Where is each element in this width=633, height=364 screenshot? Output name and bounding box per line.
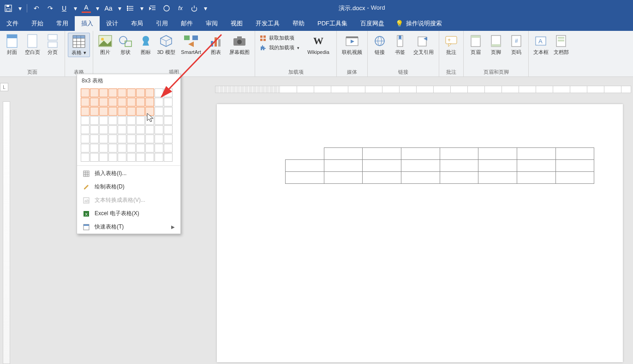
grid-cell[interactable] (155, 107, 163, 116)
table-button[interactable]: 表格 ▾ (68, 33, 90, 57)
underline-icon[interactable]: U (60, 4, 69, 13)
grid-cell[interactable] (164, 116, 173, 125)
grid-cell[interactable] (145, 135, 154, 143)
grid-cell[interactable] (164, 144, 173, 153)
redo-icon[interactable]: ↷ (46, 4, 55, 13)
grid-cell[interactable] (90, 144, 99, 153)
qat-dropdown-icon[interactable]: ▾ (18, 4, 22, 13)
grid-cell[interactable] (145, 144, 154, 153)
grid-cell[interactable] (164, 98, 173, 106)
grid-cell[interactable] (90, 107, 99, 116)
tab-file[interactable]: 文件 (0, 16, 25, 31)
grid-cell[interactable] (118, 88, 126, 97)
footer-button[interactable]: 页脚 (487, 33, 505, 56)
grid-cell[interactable] (136, 125, 145, 134)
tab-pdf[interactable]: PDF工具集 (311, 16, 354, 31)
font-color-icon[interactable]: A (82, 4, 91, 13)
save-icon[interactable] (4, 4, 13, 13)
grid-cell[interactable] (127, 88, 136, 97)
horizontal-ruler[interactable] (215, 86, 631, 93)
tell-me-search[interactable]: 💡 操作说明搜索 (391, 16, 447, 31)
grid-cell[interactable] (90, 116, 99, 125)
grid-cell[interactable] (90, 125, 99, 134)
tab-references[interactable]: 引用 (149, 16, 174, 31)
grid-cell[interactable] (136, 135, 145, 143)
font-color-dropdown-icon[interactable]: ▾ (96, 4, 99, 13)
grid-cell[interactable] (145, 125, 154, 134)
shapes-button[interactable]: 形状 (116, 33, 135, 56)
list-dropdown-icon[interactable]: ▾ (140, 4, 143, 13)
chart-button[interactable]: 图表 (207, 33, 225, 56)
grid-cell[interactable] (90, 88, 99, 97)
grid-cell[interactable] (81, 107, 90, 116)
grid-cell[interactable] (90, 135, 99, 143)
insert-table-menu[interactable]: 插入表格(I)... (77, 167, 180, 180)
grid-cell[interactable] (164, 107, 173, 116)
document-page[interactable] (217, 104, 623, 362)
table-size-grid[interactable] (77, 87, 180, 164)
grid-cell[interactable] (90, 153, 99, 162)
grid-cell[interactable] (127, 107, 136, 116)
grid-cell[interactable] (108, 88, 117, 97)
grid-cell[interactable] (108, 107, 117, 116)
tab-help[interactable]: 帮助 (286, 16, 311, 31)
grid-cell[interactable] (145, 88, 154, 97)
grid-cell[interactable] (118, 125, 126, 134)
page-break-button[interactable]: 分页 (43, 33, 62, 56)
grid-cell[interactable] (81, 125, 90, 134)
screenshot-button[interactable]: 屏幕截图 (227, 33, 252, 56)
fx-icon[interactable]: fx (176, 4, 185, 13)
cover-page-button[interactable]: 封面 (3, 33, 21, 56)
grid-cell[interactable] (81, 135, 90, 143)
grid-cell[interactable] (118, 153, 126, 162)
grid-cell[interactable] (81, 144, 90, 153)
grid-cell[interactable] (127, 135, 136, 143)
grid-cell[interactable] (127, 98, 136, 106)
grid-cell[interactable] (164, 135, 173, 143)
grid-cell[interactable] (108, 116, 117, 125)
tab-view[interactable]: 视图 (224, 16, 249, 31)
grid-cell[interactable] (108, 153, 117, 162)
draw-table-menu[interactable]: 绘制表格(D) (77, 180, 180, 194)
grid-cell[interactable] (164, 125, 173, 134)
change-case-icon[interactable]: Aa (104, 4, 113, 13)
grid-cell[interactable] (155, 153, 163, 162)
quick-tables-menu[interactable]: 快速表格(T) ▶ (77, 220, 180, 234)
grid-cell[interactable] (155, 135, 163, 143)
grid-cell[interactable] (81, 88, 90, 97)
tab-design[interactable]: 设计 (100, 16, 125, 31)
quickparts-button[interactable]: 文档部 (552, 33, 570, 56)
grid-cell[interactable] (99, 144, 108, 153)
grid-cell[interactable] (145, 107, 154, 116)
tab-layout[interactable]: 布局 (125, 16, 149, 31)
grid-cell[interactable] (99, 98, 108, 106)
grid-cell[interactable] (155, 125, 163, 134)
grid-cell[interactable] (127, 125, 136, 134)
hyperlink-button[interactable]: 链接 (370, 33, 389, 56)
shape-circle-icon[interactable] (162, 4, 171, 13)
comment-button[interactable]: + 批注 (442, 33, 460, 56)
blank-page-button[interactable]: 空白页 (23, 33, 42, 56)
grid-cell[interactable] (145, 98, 154, 106)
grid-cell[interactable] (127, 144, 136, 153)
grid-cell[interactable] (136, 116, 145, 125)
grid-cell[interactable] (145, 153, 154, 162)
my-addins-button[interactable]: 我的加载项 ▾ (258, 43, 301, 52)
grid-cell[interactable] (155, 116, 163, 125)
grid-cell[interactable] (155, 98, 163, 106)
undo-icon[interactable]: ↶ (32, 4, 41, 13)
textbox-button[interactable]: A 文本框 (531, 33, 550, 56)
grid-cell[interactable] (99, 125, 108, 134)
grid-cell[interactable] (136, 107, 145, 116)
tab-insert[interactable]: 插入 (75, 16, 100, 31)
grid-cell[interactable] (81, 153, 90, 162)
tab-developer[interactable]: 开发工具 (249, 16, 286, 31)
grid-cell[interactable] (118, 116, 126, 125)
grid-cell[interactable] (99, 88, 108, 97)
smartart-button[interactable]: SmartArt (177, 33, 205, 56)
picture-button[interactable]: 图片 (96, 33, 114, 56)
grid-cell[interactable] (164, 153, 173, 162)
grid-cell[interactable] (136, 98, 145, 106)
indent-icon[interactable] (148, 4, 157, 13)
grid-cell[interactable] (127, 153, 136, 162)
